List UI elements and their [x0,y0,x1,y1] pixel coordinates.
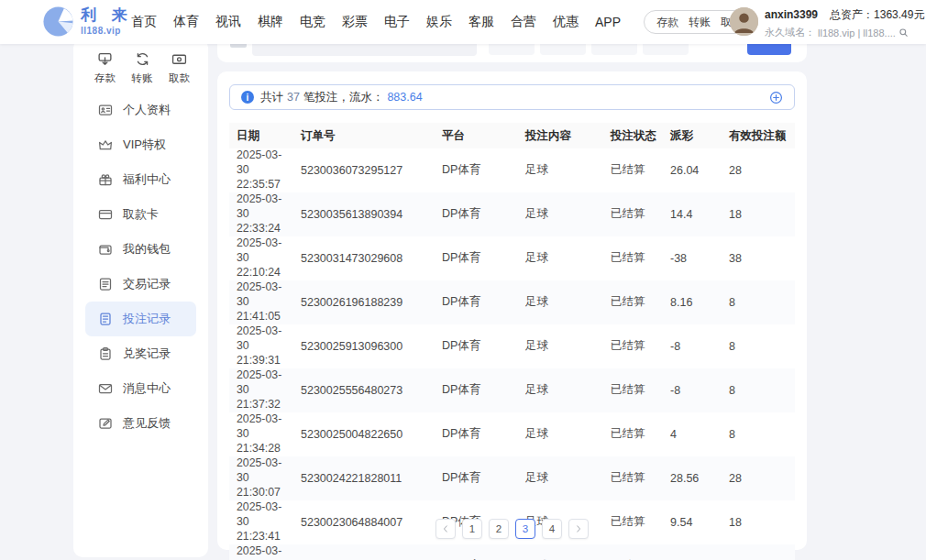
cell-order: 5230026196188239 [293,280,435,324]
sidebar-item-1[interactable]: VIP特权 [85,127,196,162]
cell-date: 2025-03-3021:37:32 [229,368,293,412]
quick-action-2[interactable]: 取款 [169,51,190,85]
nav-item-3[interactable]: 棋牌 [258,14,283,30]
cell-status: 已结算 [603,368,663,412]
cell-order: 5230036073295127 [293,148,435,192]
cell-date: 2025-03-3020:59:50 [229,544,293,560]
nav-item-0[interactable]: 首页 [131,14,157,30]
plus-circle-icon[interactable] [769,91,783,104]
prize-records-icon [98,346,113,361]
table-row: 2025-03-3022:33:245230035613890394DP体育足球… [229,192,795,236]
cell-valid-amount: 8 [722,368,795,412]
nav-item-10[interactable]: 优惠 [553,14,579,30]
wallet-pill-item-1[interactable]: 转账 [689,15,711,30]
sidebar-item-2[interactable]: 福利中心 [85,162,196,197]
nav-item-9[interactable]: 合营 [511,14,536,30]
cell-valid-amount: 28 [722,456,795,500]
nav-item-5[interactable]: 彩票 [342,14,368,30]
nav-item-2[interactable]: 视讯 [215,14,241,30]
cell-order: 5230031473029608 [293,236,435,280]
cell-platform: DP体育 [435,192,518,236]
user-info: anxin3399总资产：1363.49元 永久域名：ll188.vip | l… [730,7,924,39]
quick-action-label: 取款 [169,71,190,85]
nav-item-8[interactable]: 客服 [469,14,494,30]
cell-content: 足球 [518,324,603,368]
column-header: 投注状态 [603,123,663,148]
table-row: 2025-03-3022:35:575230036073295127DP体育足球… [229,148,795,192]
sidebar-menu: 个人资料VIP特权福利中心取款卡我的钱包交易记录投注记录兑奖记录消息中心意见反馈 [73,93,208,441]
cell-valid-amount: 8 [722,324,795,368]
cell-valid-amount: 38 [722,236,795,280]
page-button-2[interactable]: 2 [489,519,509,539]
username: anxin3399 [765,8,818,21]
cell-date: 2025-03-3022:10:24 [229,236,293,280]
cell-order: 5230025913096300 [293,324,435,368]
logo[interactable]: 利 来 ll188.vip [42,5,133,38]
sidebar-item-9[interactable]: 意见反馈 [85,406,196,441]
cell-platform: DP体育 [435,236,518,280]
table-row: 2025-03-3021:41:055230026196188239DP体育足球… [229,280,795,324]
cell-date: 2025-03-3021:30:07 [229,456,293,500]
nav-item-11[interactable]: APP [595,15,621,29]
feedback-icon [98,416,113,431]
records-table: 日期订单号平台投注内容投注状态派彩有效投注额 2025-03-3022:35:5… [229,123,795,560]
page-button-3[interactable]: 3 [515,519,535,539]
cell-payout: -8 [663,324,722,368]
cell-payout: 4 [663,412,722,456]
info-icon: i [241,91,254,104]
prev-page-button[interactable] [435,519,456,539]
column-header: 投注内容 [518,123,603,148]
quick-action-label: 存款 [94,71,116,85]
nav-item-7[interactable]: 娱乐 [426,14,452,30]
cell-status: 已结算 [603,544,663,560]
chevron-right-icon [574,524,583,533]
cell-content: 足球 [518,456,603,500]
sidebar-item-3[interactable]: 取款卡 [85,197,196,232]
page-body: 存款转账取款 个人资料VIP特权福利中心取款卡我的钱包交易记录投注记录兑奖记录消… [0,44,926,560]
table-header-row: 日期订单号平台投注内容投注状态派彩有效投注额 [229,123,795,148]
wallet-pill-item-0[interactable]: 存款 [656,15,678,30]
quick-action-0[interactable]: 存款 [94,51,116,85]
sidebar-item-label: 兑奖记录 [123,346,171,362]
sidebar-item-label: 取款卡 [123,206,159,223]
sidebar-item-5[interactable]: 交易记录 [85,267,196,302]
summary-text: 共计 37 笔投注，流水： 883.64 [260,90,423,105]
cell-order: 5230025556480273 [293,368,435,412]
cell-platform: DP体育 [435,544,518,560]
page-button-4[interactable]: 4 [542,519,562,539]
cell-date: 2025-03-3021:41:05 [229,280,293,324]
sidebar-item-7[interactable]: 兑奖记录 [85,336,196,371]
cell-date: 2025-03-3022:33:24 [229,192,293,236]
sidebar-item-4[interactable]: 我的钱包 [85,232,196,267]
cell-content: 足球 [518,412,603,456]
cell-platform: DP体育 [435,412,518,456]
next-page-button[interactable] [568,519,589,539]
assets-label: 总资产： [830,8,874,21]
cell-status: 已结算 [603,280,663,324]
bank-card-icon [98,207,113,222]
nav-item-1[interactable]: 体育 [173,14,199,30]
nav-item-4[interactable]: 电竞 [300,14,325,30]
cell-content: 足球 [518,148,603,192]
sidebar-item-6[interactable]: 投注记录 [85,302,196,336]
table-row: 2025-03-3021:30:075230024221828011DP体育足球… [229,456,795,500]
column-header: 派彩 [663,123,722,148]
quick-action-1[interactable]: 转账 [132,51,153,85]
pagination: 1234 [217,519,807,539]
cell-platform: DP体育 [435,148,518,192]
sidebar-item-8[interactable]: 消息中心 [85,371,196,406]
nav-item-6[interactable]: 电子 [384,14,410,30]
cell-payout: 8.16 [663,280,722,324]
column-header: 有效投注额 [722,123,795,148]
top-navbar: 利 来 ll188.vip 首页体育视讯棋牌电竞彩票电子娱乐客服合营优惠APP … [0,0,926,44]
cell-status: 已结算 [603,324,663,368]
page-button-1[interactable]: 1 [462,519,482,539]
cell-status: 已结算 [603,236,663,280]
sidebar-item-label: 投注记录 [123,311,171,327]
avatar[interactable] [730,7,758,36]
sidebar-item-label: 消息中心 [123,380,171,397]
sidebar-item-0[interactable]: 个人资料 [85,93,196,127]
table-row: 2025-03-3021:34:285230025004822650DP体育足球… [229,412,795,456]
search-icon[interactable] [898,27,909,38]
cell-valid-amount: 36 [722,544,795,560]
